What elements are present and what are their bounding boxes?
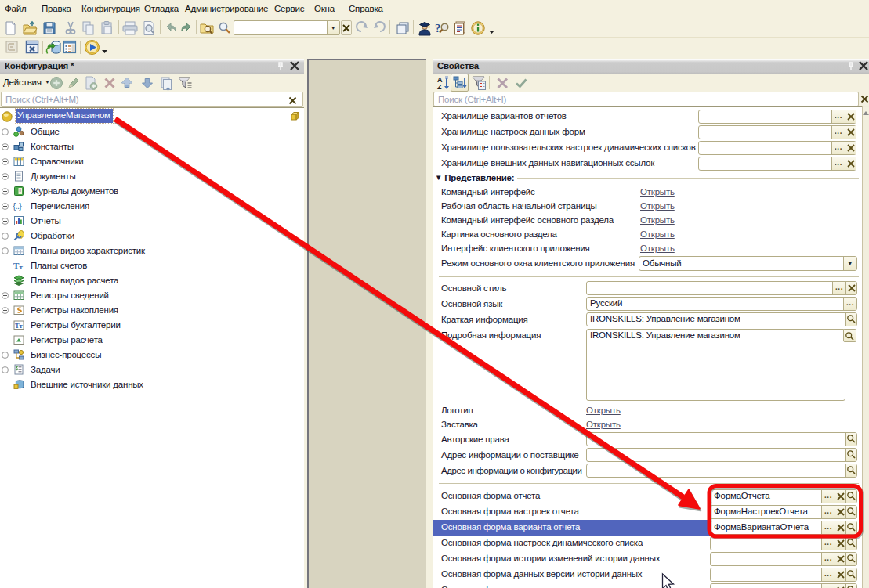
svg-text:Z: Z [437, 83, 442, 91]
svg-text:Тт: Тт [15, 322, 23, 330]
svg-text:т: т [20, 263, 24, 271]
svg-text:{..}: {..} [13, 201, 22, 211]
